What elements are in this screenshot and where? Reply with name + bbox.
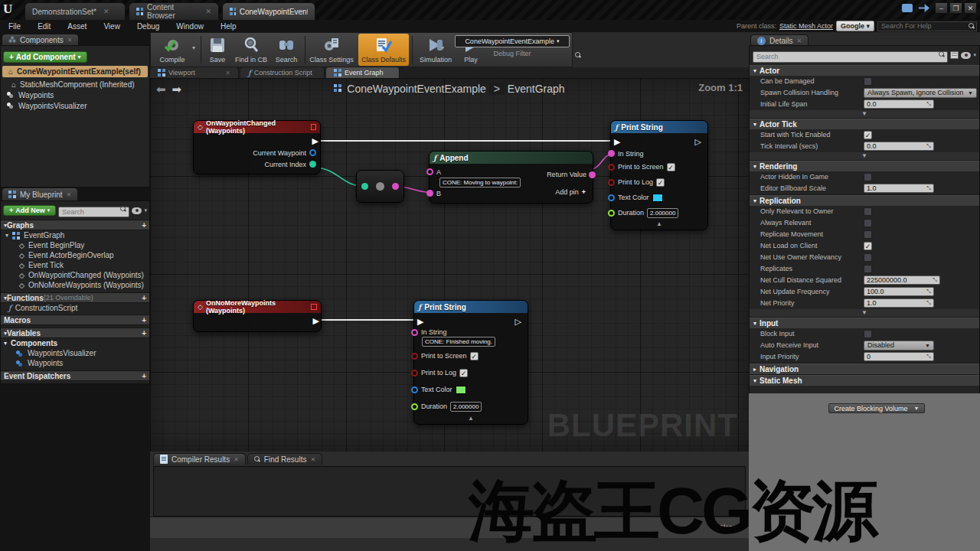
duration-field[interactable]: 2.000000 <box>450 402 482 412</box>
tab-content-browser[interactable]: Content Browser ✕ <box>129 2 219 20</box>
tree-item-onnomorewaypoints[interactable]: ◇ OnNoMoreWaypoints (Waypoints) <box>1 280 149 290</box>
tree-item-onwaypointchanged[interactable]: ◇ OnWaypointChanged (Waypoints) <box>1 270 149 280</box>
int-pin[interactable] <box>309 161 316 168</box>
help-search-input[interactable] <box>877 21 977 31</box>
bool-pin[interactable] <box>411 370 418 377</box>
checkbox-checked[interactable]: ✓ <box>864 131 872 139</box>
string-pin[interactable] <box>411 329 418 336</box>
string-pin[interactable] <box>608 150 615 157</box>
string-pin-a[interactable] <box>426 168 433 175</box>
search-button[interactable]: Search <box>271 34 302 66</box>
minimize-button[interactable]: – <box>935 2 948 14</box>
class-defaults-button[interactable]: Class Defaults <box>358 34 409 66</box>
exec-out-pin[interactable]: ▷ <box>515 317 521 327</box>
component-item-waypoints[interactable]: Waypoints <box>1 90 149 100</box>
display-filter-icon[interactable] <box>961 52 971 59</box>
breadcrumb-leaf[interactable]: EventGraph <box>508 83 565 95</box>
visibility-filter-icon[interactable] <box>132 207 142 214</box>
feedback-icon[interactable] <box>902 4 913 12</box>
color-swatch[interactable] <box>652 194 663 202</box>
bool-pin[interactable] <box>608 164 615 171</box>
macros-section-header[interactable]: Macros + <box>1 315 149 325</box>
tab-construction-script[interactable]: ƒ Construction Script <box>240 67 325 78</box>
add-macro-button[interactable]: + <box>142 316 146 324</box>
add-pin-button[interactable]: + <box>582 188 586 196</box>
close-icon[interactable]: ✕ <box>310 456 315 463</box>
section-actor-tick[interactable]: ▾Actor Tick <box>750 119 979 129</box>
variable-waypointsvisualizer[interactable]: WaypointsVisualizer <box>1 348 149 358</box>
node-onnomorewaypoints[interactable]: ◇ OnNoMoreWaypoints (Waypoints) ▶ <box>193 300 322 332</box>
section-static-mesh[interactable]: ▾Static Mesh <box>750 375 979 386</box>
checkbox-unchecked[interactable] <box>864 207 872 216</box>
tree-item-event-beginplay[interactable]: ◇ Event BeginPlay <box>1 240 149 250</box>
exec-out-pin[interactable]: ▶ <box>313 316 319 326</box>
expand-section-icon[interactable]: ▼ <box>750 152 979 160</box>
compile-button[interactable]: Compile <box>155 34 190 66</box>
components-panel-tab[interactable]: ⁂ Components ✕ <box>2 34 79 47</box>
node-int-to-string[interactable] <box>356 170 404 203</box>
checkbox-unchecked[interactable] <box>864 173 872 181</box>
functions-section-header[interactable]: ▾Functions (21 Overridable) + <box>1 292 149 303</box>
debug-object-dropdown[interactable]: ConeWaypointEventExample ▾ <box>455 35 570 47</box>
variables-section-header[interactable]: ▾Variables + <box>1 328 149 338</box>
exec-in-pin[interactable]: ▶ <box>614 137 620 147</box>
chevron-down-icon[interactable]: ▾ <box>973 52 976 58</box>
add-graph-button[interactable]: + <box>142 221 146 230</box>
bool-pin[interactable] <box>608 179 615 186</box>
checkbox-unchecked[interactable] <box>864 219 872 227</box>
string-pin-b[interactable] <box>426 190 433 197</box>
spawn-collision-dropdown[interactable]: Always Spawn, Ignore Collisions▼ <box>864 88 977 98</box>
menu-view[interactable]: View <box>95 22 129 31</box>
checkbox-unchecked[interactable] <box>864 253 872 262</box>
menu-debug[interactable]: Debug <box>129 22 168 31</box>
save-button[interactable]: Save <box>204 34 231 66</box>
section-input[interactable]: ▾Input <box>750 318 979 328</box>
duration-field[interactable]: 2.000000 <box>647 208 678 218</box>
float-pin[interactable] <box>411 403 418 410</box>
checkbox-unchecked[interactable] <box>864 330 872 338</box>
exec-out-pin[interactable]: ▷ <box>695 137 701 147</box>
close-icon[interactable]: ✕ <box>225 70 230 77</box>
net-cull-field[interactable]: 225000000.0⤡ <box>864 276 940 285</box>
share-icon[interactable] <box>919 4 929 12</box>
billboard-scale-field[interactable]: 1.0⤡ <box>864 184 934 193</box>
checkbox-unchecked[interactable] <box>864 77 872 86</box>
search-engine-dropdown[interactable]: Google ▾ <box>836 21 874 31</box>
initial-life-span-field[interactable]: 0.0⤡ <box>864 99 934 109</box>
checkbox-checked[interactable]: ✓ <box>864 242 872 250</box>
property-matrix-icon[interactable] <box>950 51 959 59</box>
graphs-section-header[interactable]: ▾Graphs + <box>1 220 149 230</box>
tab-compiler-results[interactable]: Compiler Results ✕ <box>153 453 246 465</box>
string-pin-return[interactable] <box>589 171 596 178</box>
menu-edit[interactable]: Edit <box>29 22 59 31</box>
bool-pin[interactable] <box>411 353 418 360</box>
tab-find-results[interactable]: Find Results ✕ <box>247 453 322 465</box>
object-pin[interactable] <box>309 149 316 156</box>
tab-cone-waypoint[interactable]: ConeWaypointEventExam <box>222 2 315 20</box>
reroute-dot[interactable] <box>376 182 384 191</box>
close-icon[interactable]: ✕ <box>797 37 802 44</box>
section-replication[interactable]: ▾Replication <box>750 195 979 206</box>
node-onwaypointchanged[interactable]: ◇ OnWaypointChanged (Waypoints) ▶ Curren… <box>193 120 321 174</box>
close-icon[interactable]: ✕ <box>103 8 109 15</box>
close-icon[interactable]: ✕ <box>67 37 73 44</box>
tree-item-eventgraph[interactable]: ▾ EventGraph <box>1 230 149 240</box>
add-function-button[interactable]: + <box>142 294 146 302</box>
delegate-pin[interactable] <box>311 304 317 310</box>
color-pin[interactable] <box>411 386 418 393</box>
net-update-field[interactable]: 100.0⤡ <box>864 287 934 296</box>
tick-interval-field[interactable]: 0.0⤡ <box>864 142 934 151</box>
details-search-input[interactable] <box>753 51 948 63</box>
component-item-waypointsvisualizer[interactable]: WaypointsVisualizer <box>1 100 149 111</box>
expand-section-icon[interactable]: ▼ <box>750 309 979 317</box>
compile-options-dropdown[interactable]: ▾ <box>192 44 195 51</box>
tree-item-constructionscript[interactable]: ƒ ConstructionScript <box>1 303 149 313</box>
debug-search-icon[interactable] <box>575 52 581 58</box>
menu-asset[interactable]: Asset <box>59 22 95 31</box>
exec-out-pin[interactable]: ▶ <box>312 136 318 146</box>
variable-waypoints[interactable]: Waypoints <box>1 358 149 368</box>
section-rendering[interactable]: ▾Rendering <box>750 161 979 171</box>
component-item-staticmesh[interactable]: ⌂ StaticMeshComponent (Inherited) <box>1 79 149 90</box>
color-swatch[interactable] <box>456 386 466 394</box>
checkbox-unchecked[interactable] <box>864 265 872 273</box>
